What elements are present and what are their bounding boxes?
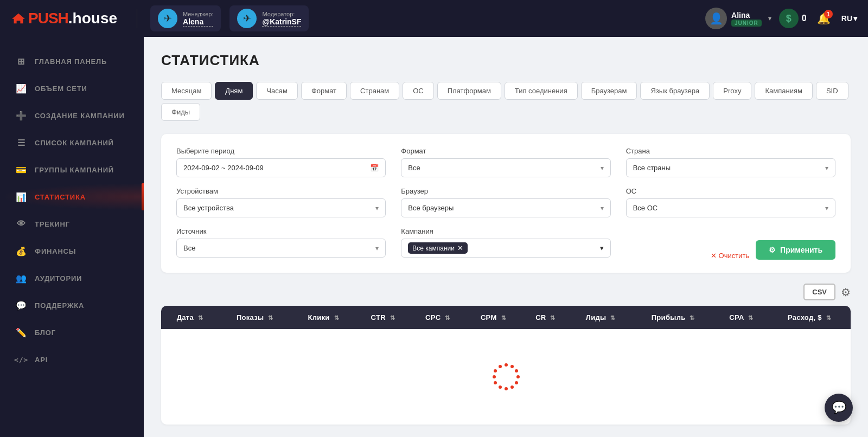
- sidebar-item-label: СОЗДАНИЕ КАМПАНИИ: [35, 112, 125, 120]
- notification-button[interactable]: 🔔 1: [814, 9, 834, 28]
- clear-button[interactable]: ✕ Очистить: [711, 252, 750, 260]
- tab-campaigns[interactable]: Кампаниям: [755, 82, 812, 100]
- period-value: 2024-09-02 ~ 2024-09-09: [183, 164, 264, 172]
- sidebar-item-label: ФИНАНСЫ: [35, 247, 76, 255]
- filter-actions-group: ✕ Очистить ⚙ Применить: [626, 227, 835, 260]
- tab-format[interactable]: Формат: [301, 82, 347, 100]
- page-title: СТАТИСТИКА: [161, 52, 851, 69]
- csv-button[interactable]: CSV: [803, 284, 835, 300]
- browser-select[interactable]: Все браузеры ▾: [401, 198, 610, 217]
- sidebar-item-dashboard[interactable]: ⊞ ГЛАВНАЯ ПАНЕЛЬ: [0, 48, 144, 75]
- sidebar-item-campaign-list[interactable]: ☰ СПИСОК КАМПАНИЙ: [0, 129, 144, 156]
- col-profit[interactable]: Прибыль ⇅: [632, 306, 714, 329]
- apply-button[interactable]: ⚙ Применить: [756, 240, 835, 260]
- tracking-icon: 👁: [15, 218, 27, 230]
- col-cr[interactable]: CR ⇅: [521, 306, 569, 329]
- user-block[interactable]: 👤 Alina JUNIOR ▾: [705, 8, 771, 29]
- tab-proxy[interactable]: Proxy: [713, 82, 751, 100]
- filter-grid: Выберите период 2024-09-02 ~ 2024-09-09 …: [176, 147, 835, 260]
- col-leads[interactable]: Лиды ⇅: [570, 306, 632, 329]
- sidebar: ⊞ ГЛАВНАЯ ПАНЕЛЬ 📈 ОБЪЕМ СЕТИ ➕ СОЗДАНИЕ…: [0, 37, 144, 437]
- col-impressions[interactable]: Показы ⇅: [219, 306, 291, 329]
- col-date[interactable]: Дата ⇅: [161, 306, 219, 329]
- sidebar-item-support[interactable]: 💬 ПОДДЕРЖКА: [0, 292, 144, 319]
- sidebar-item-label: ТРЕКИНГ: [35, 220, 70, 228]
- manager-block[interactable]: ✈ Менеджер: Alena: [150, 5, 221, 31]
- tab-monthly[interactable]: Месяцам: [161, 82, 212, 100]
- sidebar-item-network-volume[interactable]: 📈 ОБЪЕМ СЕТИ: [0, 75, 144, 102]
- country-chevron-icon: ▾: [825, 164, 828, 172]
- sidebar-item-finances[interactable]: 💰 ФИНАНСЫ: [0, 237, 144, 265]
- sidebar-item-tracking[interactable]: 👁 ТРЕКИНГ: [0, 210, 144, 237]
- devices-select[interactable]: Все устройства ▾: [176, 198, 386, 217]
- moderator-block[interactable]: ✈ Модератор: @KatrinSF: [229, 5, 309, 31]
- campaign-filter-group: Кампания Все кампании ✕ ▾: [401, 227, 610, 260]
- sidebar-item-statistics[interactable]: 📊 СТАТИСТИКА: [0, 183, 144, 210]
- tab-feeds[interactable]: Фиды: [161, 103, 200, 121]
- moderator-avatar: ✈: [237, 9, 257, 28]
- statistics-icon: 📊: [15, 191, 27, 203]
- format-select[interactable]: Все ▾: [401, 158, 610, 177]
- tab-platforms[interactable]: Платформам: [437, 82, 501, 100]
- campaign-tag-close-icon[interactable]: ✕: [457, 244, 463, 252]
- col-spend[interactable]: Расход, $ ⇅: [768, 306, 851, 329]
- logo-dot: .: [68, 10, 73, 27]
- browser-filter-group: Браузер Все браузеры ▾: [401, 187, 610, 217]
- sidebar-item-campaign-groups[interactable]: 💳 ГРУППЫ КАМПАНИЙ: [0, 156, 144, 183]
- col-cpm[interactable]: CPM ⇅: [465, 306, 522, 329]
- format-filter-group: Формат Все ▾: [401, 147, 610, 177]
- balance-icon[interactable]: $: [779, 9, 799, 28]
- campaign-chevron-icon: ▾: [600, 244, 604, 252]
- tab-browsers[interactable]: Браузерам: [581, 82, 637, 100]
- sidebar-item-label: БЛОГ: [35, 329, 56, 337]
- sidebar-item-api[interactable]: </> API: [0, 346, 144, 373]
- devices-label: Устройствам: [176, 187, 386, 195]
- os-label: ОС: [626, 187, 835, 195]
- tab-browser-language[interactable]: Язык браузера: [640, 82, 710, 100]
- col-ctr[interactable]: CTR ⇅: [356, 306, 410, 329]
- tab-connection-type[interactable]: Тип соединения: [505, 82, 578, 100]
- logo-house-text: house: [73, 10, 117, 27]
- col-clicks[interactable]: Клики ⇅: [291, 306, 356, 329]
- sidebar-item-create-campaign[interactable]: ➕ СОЗДАНИЕ КАМПАНИИ: [0, 102, 144, 129]
- sidebar-item-audiences[interactable]: 👥 АУДИТОРИИ: [0, 265, 144, 292]
- support-icon: 💬: [15, 299, 27, 311]
- header-right: 👤 Alina JUNIOR ▾ $ 0 🔔 1 RU ▾: [705, 8, 857, 29]
- source-select[interactable]: Все ▾: [176, 239, 386, 258]
- tab-daily[interactable]: Дням: [215, 82, 253, 100]
- period-input[interactable]: 2024-09-02 ~ 2024-09-09 📅: [176, 158, 386, 177]
- language-selector[interactable]: RU ▾: [841, 14, 857, 23]
- sidebar-item-label: АУДИТОРИИ: [35, 274, 82, 282]
- country-filter-group: Страна Все страны ▾: [626, 147, 835, 177]
- sidebar-item-blog[interactable]: ✏️ БЛОГ: [0, 319, 144, 346]
- chat-fab-button[interactable]: 💬: [825, 394, 853, 422]
- create-campaign-icon: ➕: [15, 110, 27, 121]
- tab-os[interactable]: ОС: [403, 82, 434, 100]
- col-cpa[interactable]: CPA ⇅: [714, 306, 768, 329]
- sort-cpm-icon: ⇅: [501, 314, 506, 321]
- col-cpc[interactable]: CPC ⇅: [410, 306, 465, 329]
- tab-sid[interactable]: SID: [816, 82, 848, 100]
- campaign-label: Кампания: [401, 227, 610, 235]
- moderator-role-label: Модератор:: [262, 11, 301, 17]
- source-label: Источник: [176, 227, 386, 235]
- period-label: Выберите период: [176, 147, 386, 155]
- source-value: Все: [183, 244, 195, 252]
- top-header: PUSH.house ✈ Менеджер: Alena ✈ Модератор…: [0, 0, 868, 37]
- source-filter-group: Источник Все ▾: [176, 227, 386, 260]
- tab-countries[interactable]: Странам: [350, 82, 399, 100]
- sort-profit-icon: ⇅: [690, 314, 694, 321]
- logo-push-text: PUSH: [28, 10, 68, 27]
- moderator-info: Модератор: @KatrinSF: [262, 11, 301, 27]
- os-select[interactable]: Все ОС ▾: [626, 198, 835, 217]
- source-chevron-icon: ▾: [375, 245, 379, 252]
- main-layout: ⊞ ГЛАВНАЯ ПАНЕЛЬ 📈 ОБЪЕМ СЕТИ ➕ СОЗДАНИЕ…: [0, 37, 868, 437]
- table-settings-button[interactable]: ⚙: [841, 286, 851, 299]
- tabs-row: Месяцам Дням Часам Формат Странам ОС Пла…: [161, 82, 851, 121]
- table-header: Дата ⇅ Показы ⇅ Клики ⇅ CTR ⇅ CPC ⇅ CPM …: [161, 306, 851, 329]
- campaign-select[interactable]: Все кампании ✕ ▾: [401, 239, 610, 258]
- country-select[interactable]: Все страны ▾: [626, 158, 835, 177]
- campaign-list-icon: ☰: [15, 137, 27, 149]
- data-table: Дата ⇅ Показы ⇅ Клики ⇅ CTR ⇅ CPC ⇅ CPM …: [161, 306, 851, 425]
- tab-hourly[interactable]: Часам: [256, 82, 298, 100]
